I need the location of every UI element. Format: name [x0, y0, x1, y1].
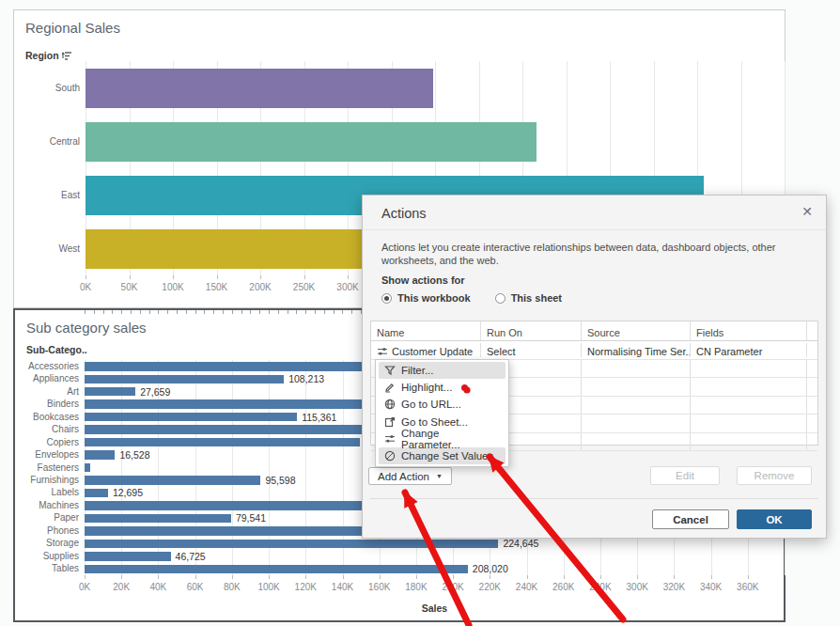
axis-tick-label: 0K	[80, 282, 91, 292]
bar-art[interactable]	[85, 387, 135, 397]
axis-tick	[527, 575, 528, 579]
axis-tick	[711, 575, 712, 579]
axis-tick-label: 80K	[224, 582, 241, 592]
x-axis-title: Sales	[422, 603, 447, 614]
edit-label: Edit	[676, 470, 694, 481]
dashboard-stage: Regional Sales Region SouthCentralEastWe…	[0, 0, 840, 626]
axis-tick	[158, 575, 159, 579]
bar-tables[interactable]	[85, 565, 468, 574]
ok-button[interactable]: OK	[737, 509, 812, 529]
bar-bookcases[interactable]	[85, 413, 297, 422]
subcategory-field-label[interactable]: Sub-Catego..	[26, 344, 87, 355]
axis-tick-label: 150K	[206, 282, 227, 292]
cancel-button[interactable]: Cancel	[652, 509, 729, 529]
axis-tick	[600, 575, 601, 579]
category-label: Storage	[13, 538, 79, 548]
axis-tick	[260, 275, 261, 279]
add-action-menu: Filter... Highlight... Go to URL... Go t…	[375, 359, 509, 467]
column-header-run-on[interactable]: Run On	[481, 321, 582, 340]
parameter-icon	[384, 433, 396, 445]
axis-tick-label: 220K	[479, 582, 501, 592]
axis-tick-label: 360K	[737, 582, 758, 592]
show-actions-for-label: Show actions for	[381, 274, 465, 286]
bar-value-label: 46,725	[176, 551, 206, 562]
bar-value-label: 95,598	[265, 475, 295, 486]
axis-tick-label: 40K	[149, 582, 166, 592]
axis-tick	[173, 275, 174, 279]
axis-tick	[232, 575, 233, 579]
axis-tick-label: 200K	[249, 282, 271, 292]
axis-tick	[195, 575, 196, 579]
menu-item-label: Change Set Values	[401, 450, 493, 462]
bar-appliances[interactable]	[85, 375, 284, 384]
bar-south[interactable]	[86, 69, 433, 108]
add-action-button[interactable]: Add Action ▼	[368, 467, 452, 485]
menu-item-label: Go to URL...	[401, 399, 461, 410]
axis-tick-label: 250K	[293, 282, 315, 292]
sheet-icon	[384, 416, 396, 428]
bar-fasteners[interactable]	[85, 463, 90, 473]
axis-tick-label: 200K	[442, 582, 463, 592]
category-label: Chairs	[13, 424, 79, 434]
edit-button[interactable]: Edit	[650, 466, 720, 485]
axis-tick	[564, 575, 565, 579]
column-header-fields[interactable]: Fields	[691, 321, 807, 340]
region-field-label[interactable]: Region	[25, 50, 72, 61]
radio-this-sheet[interactable]	[495, 293, 506, 304]
close-icon[interactable]: ✕	[801, 204, 813, 219]
bar-furnishings[interactable]	[85, 476, 260, 485]
bar-storage[interactable]	[85, 540, 498, 549]
table-header-row: NameRun OnSourceFields	[371, 321, 817, 341]
highlight-icon	[384, 382, 396, 393]
category-label: Supplies	[13, 551, 79, 561]
filter-icon	[384, 365, 396, 376]
category-label: Central	[14, 136, 80, 147]
category-label: South	[14, 83, 80, 93]
category-label: Tables	[13, 563, 79, 573]
menu-item-highlight[interactable]: Highlight...	[379, 379, 506, 396]
radio-this-workbook-label: This workbook	[397, 292, 471, 304]
category-label: East	[14, 190, 80, 200]
bar-labels[interactable]	[85, 489, 108, 498]
axis-tick	[674, 575, 675, 579]
menu-item-label: Highlight...	[401, 382, 452, 393]
radio-this-workbook[interactable]	[381, 293, 392, 304]
subcategory-field-text: Sub-Catego..	[26, 344, 87, 355]
axis-tick	[130, 275, 131, 279]
bar-value-label: 208,020	[473, 563, 508, 574]
bar-envelopes[interactable]	[85, 450, 115, 460]
axis-tick-label: 120K	[295, 582, 317, 592]
bar-value-label: 224,645	[503, 538, 538, 549]
axis-tick-label: 60K	[187, 582, 204, 592]
sort-icon[interactable]	[62, 51, 72, 61]
menu-item-go-to-url[interactable]: Go to URL...	[379, 396, 506, 413]
remove-button[interactable]: Remove	[737, 466, 812, 485]
bar-value-label: 115,361	[302, 412, 336, 423]
bar-accessories[interactable]	[85, 362, 393, 371]
axis-tick-label: 320K	[663, 582, 685, 592]
bar-paper[interactable]	[85, 514, 231, 524]
menu-item-change-parameter[interactable]: Change Parameter...	[379, 430, 506, 447]
axis-tick	[348, 275, 349, 279]
radio-this-sheet-label: This sheet	[511, 292, 562, 304]
category-label: Art	[13, 386, 79, 397]
bar-central[interactable]	[86, 122, 537, 162]
bar-value-label: 79,541	[236, 512, 266, 524]
axis-tick	[380, 575, 381, 579]
column-header-name[interactable]: Name	[371, 321, 481, 340]
remove-label: Remove	[754, 470, 795, 481]
bar-copiers[interactable]	[85, 438, 360, 447]
category-label: Binders	[13, 399, 79, 409]
axis-tick	[269, 575, 270, 579]
table-row[interactable]: Customer Update Select Normalising Time …	[371, 341, 817, 360]
axis-tick	[86, 275, 86, 279]
column-header-source[interactable]: Source	[582, 321, 691, 340]
dialog-title-divider	[363, 229, 826, 230]
bar-supplies[interactable]	[85, 552, 171, 561]
action-run-on: Select	[481, 343, 582, 357]
category-label: Envelopes	[13, 449, 79, 460]
menu-item-change-set-values[interactable]: Change Set Values	[379, 447, 506, 464]
menu-item-filter[interactable]: Filter...	[379, 362, 506, 379]
dialog-title: Actions	[381, 206, 427, 221]
axis-tick-label: 160K	[368, 582, 390, 592]
